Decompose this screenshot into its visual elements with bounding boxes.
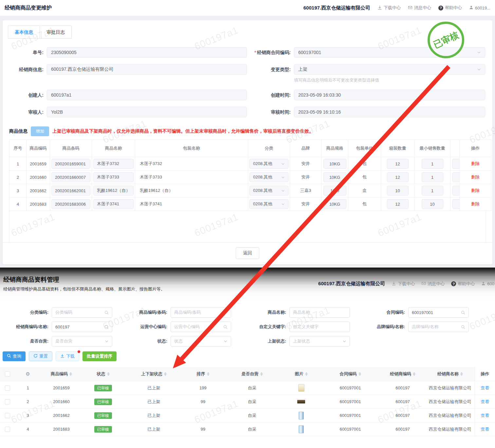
field-order-no: 单号: 2305090005 [3, 47, 250, 58]
delete-link[interactable]: 删除 [471, 161, 480, 166]
add-button[interactable]: 增加 [31, 126, 49, 136]
batch-sort-button[interactable]: 批量设置排序 [82, 351, 117, 361]
delete-link[interactable]: 删除 [471, 201, 480, 206]
help-center-link[interactable]: ? 帮助中心 [451, 281, 475, 287]
view-link[interactable]: 查看 [481, 399, 489, 404]
min-sale-qty-input[interactable]: 1 [422, 159, 443, 169]
clipped-price-input[interactable] [452, 199, 460, 209]
select-all-checkbox-cell [0, 367, 15, 381]
field-audit-time: 审核时间: 2023-05-09 16:10:16 [250, 107, 492, 117]
chevron-down-icon [477, 67, 481, 71]
filter-input[interactable]: 商品名称 [289, 307, 350, 318]
product-name-input[interactable]: 木莲子3733 [93, 172, 134, 182]
filter-input[interactable]: 状态 [171, 336, 231, 346]
message-center-link[interactable]: 消息中心 [408, 5, 431, 11]
col-contract-code[interactable]: 合同编码 [321, 367, 380, 381]
clipped-price-input[interactable] [452, 186, 460, 196]
box-qty-input[interactable]: 12 [387, 172, 409, 182]
order-no-input[interactable]: 2305090005 [47, 47, 247, 58]
clipped-price-input[interactable] [452, 172, 460, 182]
filter-input[interactable]: 品牌编码/名称 [408, 322, 469, 332]
row-checkbox[interactable] [5, 385, 10, 391]
spec-input[interactable]: 1*10 [323, 186, 346, 196]
filter-input[interactable]: 600197001 [408, 307, 469, 318]
user-menu[interactable]: 60019... [469, 5, 490, 10]
delete-link[interactable]: 删除 [471, 175, 480, 179]
view-link[interactable]: 查看 [481, 427, 489, 432]
col-product-code[interactable]: 商品编码 [41, 367, 82, 381]
filter-input[interactable]: 是否自营 [52, 336, 112, 346]
box-qty-input[interactable]: 10 [387, 186, 409, 196]
brand: 安井 [290, 157, 321, 171]
product-thumbnail[interactable] [298, 384, 304, 392]
col-shelf-status[interactable]: 上下架状态 [124, 367, 183, 381]
category-select[interactable]: 0208.其他 [249, 186, 288, 196]
filter-input[interactable]: 上架状态 [289, 336, 350, 346]
data-table-row: 2 2001660 已审核 已上架 99 自采 600197001 600197… [0, 395, 495, 409]
col-image[interactable]: 图片 [282, 367, 321, 381]
tab-basic-info[interactable]: 基本信息 [8, 26, 40, 39]
gear-icon[interactable]: ⚙ [26, 371, 30, 377]
category-select[interactable]: 0208.其他 [249, 172, 288, 182]
col-dealer-name[interactable]: 经销商名称 [426, 367, 475, 381]
back-button[interactable]: 返回 [236, 247, 259, 259]
barcode-input[interactable]: 2002001660007 [51, 172, 90, 182]
product-name-input[interactable]: 乳酪19612（自） [93, 186, 134, 196]
download-center-link[interactable]: 下载中心 [392, 281, 415, 287]
help-center-link[interactable]: ? 帮助中心 [438, 5, 462, 11]
barcode-input[interactable]: 2002001662001 [51, 186, 90, 196]
product-name-input[interactable]: 木莲子3741 [93, 199, 134, 209]
box-qty-input[interactable]: 12 [387, 159, 409, 169]
spec-input[interactable]: 10KG [323, 159, 346, 169]
auditor-input[interactable]: Yol2B [47, 107, 247, 117]
select-all-checkbox[interactable] [5, 371, 10, 377]
product-thumbnail[interactable] [299, 425, 304, 433]
min-sale-qty-input[interactable]: 1 [422, 172, 443, 182]
category-select[interactable]: 0208.其他 [249, 199, 288, 209]
barcode-input[interactable]: 2002001659001 [51, 159, 90, 169]
row-checkbox[interactable] [5, 413, 10, 418]
filter-input[interactable]: 商品编码/条码 [171, 307, 231, 318]
filter-input[interactable]: 分类编码 [52, 307, 112, 318]
query-button[interactable]: 查询 [3, 351, 26, 361]
filter-input[interactable]: 自定义关键字 [289, 322, 350, 332]
delete-link[interactable]: 删除 [471, 188, 480, 193]
view-link[interactable]: 查看 [481, 413, 489, 418]
category-select[interactable]: 0208.其他 [249, 159, 288, 169]
notification-dot [78, 350, 80, 353]
dealer-info-input[interactable]: 600197.西京仓储运输有限公司 [47, 64, 247, 75]
audit-time-input[interactable]: 2023-05-09 16:10:16 [294, 107, 485, 117]
spec-input[interactable]: 10KG [323, 199, 346, 209]
product-name-input[interactable]: 木莲子3732 [93, 159, 134, 169]
row-actions: 删除 [460, 171, 491, 184]
message-center-link[interactable]: 消息中心 [421, 281, 445, 287]
filter-input[interactable]: 600197 [52, 322, 112, 332]
download-button[interactable]: 下载 [56, 351, 79, 361]
min-sale-qty-input[interactable]: 1 [422, 186, 443, 196]
product-thumbnail[interactable] [297, 400, 305, 403]
download-center-link[interactable]: 下载中心 [377, 5, 401, 11]
row-checkbox[interactable] [5, 427, 10, 432]
box-qty-input[interactable]: 12 [387, 199, 409, 209]
user-menu[interactable]: 600 [481, 281, 494, 287]
tab-approval-log[interactable]: 审批日志 [40, 26, 72, 39]
filter-input[interactable]: 运营中心编码 [171, 322, 231, 332]
spec-input[interactable]: 10KG [323, 172, 346, 182]
product-thumbnail[interactable] [299, 412, 304, 420]
clipped-price-input[interactable] [452, 159, 460, 169]
goods-table: 序号 商品编码 商品条码 商品名称 包装名称 分类 品牌 商品规格 包装单位 箱… [9, 140, 491, 211]
create-time-input[interactable]: 2023-05-09 16:03:30 [294, 90, 485, 100]
creator-input[interactable]: 600197a1 [47, 90, 247, 100]
change-type-select[interactable]: 上架 [294, 64, 485, 75]
col-sort-order[interactable]: 排序 [183, 367, 223, 381]
contract-code-select[interactable]: 600197001 [294, 47, 485, 58]
col-status[interactable]: 状态 [82, 367, 124, 381]
col-dealer-code[interactable]: 经销商编码 [380, 367, 426, 381]
row-checkbox[interactable] [5, 399, 10, 404]
col-self-operated[interactable]: 是否自营 [223, 367, 282, 381]
reset-button[interactable]: 重置 [29, 351, 52, 361]
barcode-input[interactable]: 2002001683006 [51, 199, 90, 209]
view-link[interactable]: 查看 [481, 385, 489, 390]
status-badge: 已审核 [94, 426, 112, 433]
min-sale-qty-input[interactable]: 10 [422, 199, 443, 209]
